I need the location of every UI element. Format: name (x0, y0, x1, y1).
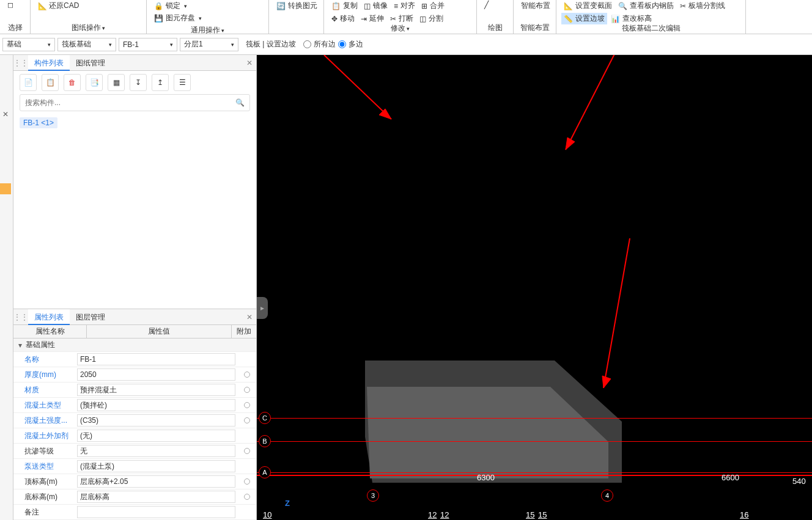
property-value[interactable]: 层底标高+2.05 (75, 474, 238, 489)
side-panel: ⋮⋮ 构件列表 图纸管理 ✕ 📄 📋 🗑 📑 ▦ ↧ ↥ ☰ 🔍 FB-1 <1… (13, 55, 257, 520)
close-icon[interactable]: ✕ (2, 110, 9, 119)
close-icon[interactable]: ✕ (246, 59, 253, 67)
search-icon[interactable]: 🔍 (235, 98, 245, 107)
tab-layers[interactable]: 图层管理 (70, 309, 111, 325)
raft-secondary-edit-label: 筏板基础二次编辑 (561, 22, 740, 35)
draw-line[interactable]: ╱ (482, 0, 491, 10)
property-value[interactable]: (C35) (75, 413, 238, 428)
mirror-button[interactable]: ◫镜像 (361, 0, 390, 12)
property-row: 材质预拌混凝土 (13, 383, 256, 398)
export-button[interactable]: ↥ (152, 74, 169, 91)
lock-button[interactable]: 🔒锁定▾ (152, 0, 264, 12)
axis-3: 3 (367, 489, 379, 502)
set-section-button[interactable]: 📐设置变截面 (561, 0, 615, 12)
property-value[interactable]: (混凝土泵) (75, 459, 238, 474)
property-addon[interactable] (238, 372, 256, 378)
grid-button[interactable]: ▦ (108, 74, 125, 91)
property-row: 泵送类型(混凝土泵) (13, 459, 256, 474)
property-value[interactable]: 层底标高 (75, 489, 238, 504)
chevron-down-icon: ▾ (48, 42, 51, 48)
tab-component-list[interactable]: 构件列表 (28, 55, 70, 71)
property-addon[interactable] (238, 387, 256, 393)
close-icon[interactable]: ✕ (246, 313, 253, 321)
property-row: 抗渗等级无 (13, 444, 256, 459)
merge-button[interactable]: ⊞合并 (419, 0, 447, 12)
annotation-arrow (596, 238, 633, 397)
property-panel: ⋮⋮ 属性列表 图层管理 ✕ 属性名称 属性值 附加 ▾ 基础属性 名称FB-1… (13, 309, 256, 520)
property-name: 泵送类型 (13, 461, 75, 472)
drag-handle-icon[interactable]: ⋮⋮ (13, 55, 28, 71)
ribbon: ◻ 选择 📐还原CAD 图纸操作▾ 🔒锁定▾ 💾图元存盘▾ 通用操作▾ 🔄转换图… (0, 0, 812, 34)
restore-cad[interactable]: 📐还原CAD (35, 0, 81, 12)
property-row: 混凝土类型(预拌砼) (13, 398, 256, 413)
expand-handle[interactable]: ▸ (257, 297, 268, 319)
combo-name[interactable]: FB-1▾ (119, 38, 177, 51)
property-addon[interactable] (238, 494, 256, 500)
tab-drawing-mgmt[interactable]: 图纸管理 (70, 55, 111, 71)
list-item[interactable]: FB-1 <1> (20, 117, 57, 128)
list-button[interactable]: ☰ (174, 74, 191, 91)
collapsed-panel-tag[interactable] (0, 183, 11, 194)
property-name: 混凝土类型 (13, 400, 75, 411)
property-row: 顶标高(m)层底标高+2.05 (13, 474, 256, 489)
col-addon: 附加 (232, 325, 256, 338)
property-addon[interactable] (238, 448, 256, 454)
property-value[interactable]: 2050 (75, 367, 238, 382)
draw-label: 绘图 (482, 21, 508, 34)
save-element-button[interactable]: 💾图元存盘▾ (152, 12, 264, 24)
copy-button[interactable]: 📋 (42, 74, 59, 91)
combo-category[interactable]: 基础▾ (2, 38, 55, 51)
property-value[interactable]: (无) (75, 428, 238, 443)
property-value[interactable]: FB-1 (75, 352, 238, 367)
radio-all-edges[interactable]: 所有边 (303, 39, 336, 49)
layer-button[interactable]: 📑 (86, 74, 103, 91)
svg-line-2 (324, 55, 391, 119)
modify-label: 修改 (391, 24, 405, 32)
property-addon[interactable] (238, 417, 256, 423)
search-field[interactable] (25, 98, 235, 107)
copy-button[interactable]: 📋复制 (329, 0, 360, 12)
svg-line-4 (566, 55, 636, 150)
property-row: 底标高(m)层底标高 (13, 489, 256, 505)
component-tabs: ⋮⋮ 构件列表 图纸管理 ✕ (13, 55, 256, 71)
property-value[interactable]: 预拌混凝土 (75, 383, 238, 397)
chevron-down-icon: ▾ (231, 42, 234, 48)
grid-line-b (257, 441, 812, 442)
ruler-val: 12 (428, 510, 437, 519)
property-name: 材质 (13, 385, 75, 395)
property-value[interactable]: (预拌砼) (75, 398, 238, 412)
property-row: 混凝土外加剂(无) (13, 428, 256, 444)
search-input[interactable]: 🔍 (20, 94, 250, 111)
ruler-val: 16 (740, 510, 748, 519)
convert-button[interactable]: 🔄转换图元 (274, 0, 320, 12)
property-name: 名称 (13, 354, 75, 365)
svg-marker-1 (367, 387, 608, 478)
property-value[interactable] (75, 505, 238, 519)
grid-line-c (257, 418, 812, 419)
drag-handle-icon[interactable]: ⋮⋮ (13, 309, 28, 325)
select-label: 选择 (5, 21, 25, 34)
radio-multi-edges[interactable]: 多边 (338, 39, 363, 49)
property-value[interactable]: 无 (75, 444, 238, 458)
property-row: 混凝土强度...(C35) (13, 413, 256, 428)
see-rebar-button[interactable]: 🔍查看板内钢筋 (616, 0, 676, 12)
chevron-down-icon[interactable]: ▾ (407, 26, 410, 32)
property-section[interactable]: ▾ 基础属性 (13, 339, 256, 352)
tab-properties[interactable]: 属性列表 (28, 309, 70, 325)
chevron-down-icon[interactable]: ▾ (102, 25, 105, 31)
property-addon[interactable] (238, 402, 256, 408)
property-addon[interactable] (238, 478, 256, 485)
select-tool[interactable]: ◻ (5, 0, 16, 10)
delete-button[interactable]: 🗑 (64, 74, 81, 91)
component-list: FB-1 <1> (13, 115, 256, 309)
combo-layer[interactable]: 分层1▾ (180, 38, 238, 51)
new-button[interactable]: 📄 (20, 74, 37, 91)
combo-type[interactable]: 筏板基础▾ (57, 38, 116, 51)
import-button[interactable]: ↧ (130, 74, 147, 91)
dim-6300: 6300 (477, 473, 495, 482)
align-button[interactable]: ≡对齐 (391, 0, 418, 12)
board-split-button[interactable]: ✂板墙分割线 (677, 0, 728, 12)
chevron-down-icon[interactable]: ▾ (221, 27, 224, 34)
viewport[interactable]: ▸ C B A 3 4 6300 6600 540 10 12 12 15 15… (257, 55, 812, 520)
smart-layout-button[interactable]: 智能布置 (519, 0, 553, 12)
